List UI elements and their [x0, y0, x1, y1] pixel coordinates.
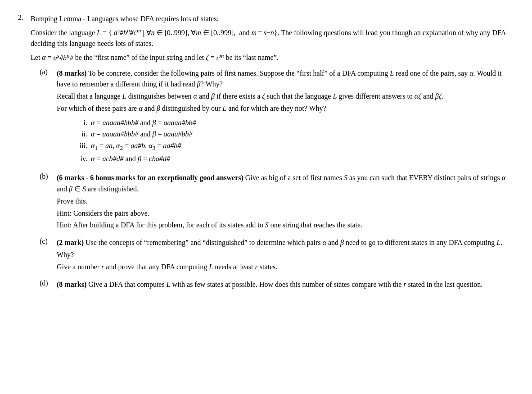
subpart-c: (c) (2 mark) Use the concepts of “rememb… — [31, 237, 514, 273]
subpart-a-row: (a) (8 marks) To be concrete, consider t… — [40, 68, 514, 167]
enum-item-iv: iv. α = acb#d# and β = cba#d# — [75, 153, 514, 165]
problem-container: 2. Bumping Lemma - Languages whose DFA r… — [18, 14, 514, 296]
enum-num-iii: iii. — [75, 140, 87, 153]
enum-text-i: α = aaaaa#bbb# and β = aaaaa#bb# — [91, 117, 196, 129]
subpart-d-row: (d) (8 marks) Give a DFA that computes L… — [40, 279, 514, 291]
subpart-b-text4: Hint: After building a DFA for this prob… — [57, 220, 514, 231]
subpart-d: (d) (8 marks) Give a DFA that computes L… — [31, 279, 514, 291]
subpart-c-text3: Give a number r and prove that any DFA c… — [57, 262, 514, 273]
enum-text-iv: α = acb#d# and β = cba#d# — [91, 153, 170, 165]
problem-title: Bumping Lemma - Languages whose DFA requ… — [31, 14, 514, 24]
subpart-b-text2: Prove this. — [57, 196, 514, 207]
problem-number: 2. — [18, 14, 31, 296]
enum-list-a: i. α = aaaaa#bbb# and β = aaaaa#bb# ii. … — [75, 117, 514, 164]
subpart-a-label: (a) — [40, 68, 53, 76]
enum-text-iii: α1 = aa, α2 = aa#b, α3 = aa#b# — [91, 140, 181, 153]
subpart-a-body: (8 marks) To be concrete, consider the f… — [57, 68, 514, 167]
enum-item-ii: ii. α = aaaaa#bbb# and β = aaaa#bb# — [75, 128, 514, 140]
subpart-b-label: (b) — [40, 172, 53, 181]
enum-num-i: i. — [75, 117, 87, 129]
subpart-b-text1: (6 marks - 6 bonus marks for an exceptio… — [57, 172, 514, 195]
subpart-c-row: (c) (2 mark) Use the concepts of “rememb… — [40, 237, 514, 273]
problem-content: Bumping Lemma - Languages whose DFA requ… — [31, 14, 514, 296]
enum-item-i: i. α = aaaaa#bbb# and β = aaaaa#bb# — [75, 117, 514, 129]
subpart-a-text2: Recall that a language L distinguishes b… — [57, 91, 514, 102]
subpart-a-text1: (8 marks) To be concrete, consider the f… — [57, 68, 514, 91]
subpart-c-label: (c) — [40, 237, 53, 245]
subpart-c-text1: (2 mark) Use the concepts of “rememberin… — [57, 237, 514, 249]
problem-intro: Consider the language L = { as#bn#cm | ∀… — [31, 26, 514, 49]
subpart-a: (a) (8 marks) To be concrete, consider t… — [31, 68, 514, 167]
subpart-c-text2: Why? — [57, 249, 514, 261]
subpart-d-text1: (8 marks) Give a DFA that computes L wit… — [57, 279, 514, 290]
subpart-b-text3: Hint: Considers the pairs above. — [57, 208, 514, 219]
subpart-b: (b) (6 marks - 6 bonus marks for an exce… — [31, 172, 514, 232]
subpart-a-text3: For which of these pairs are α and β dis… — [57, 103, 514, 114]
subpart-c-body: (2 mark) Use the concepts of “rememberin… — [57, 237, 514, 273]
subpart-b-body: (6 marks - 6 bonus marks for an exceptio… — [57, 172, 514, 232]
enum-item-iii: iii. α1 = aa, α2 = aa#b, α3 = aa#b# — [75, 140, 514, 153]
subpart-d-label: (d) — [40, 279, 53, 287]
subpart-d-body: (8 marks) Give a DFA that computes L wit… — [57, 279, 514, 291]
subpart-b-row: (b) (6 marks - 6 bonus marks for an exce… — [40, 172, 514, 232]
enum-text-ii: α = aaaaa#bbb# and β = aaaa#bb# — [91, 128, 193, 140]
let-line: Let α = as#bn# be the “first name” of th… — [31, 51, 514, 63]
enum-num-iv: iv. — [75, 153, 87, 165]
enum-num-ii: ii. — [75, 128, 87, 140]
